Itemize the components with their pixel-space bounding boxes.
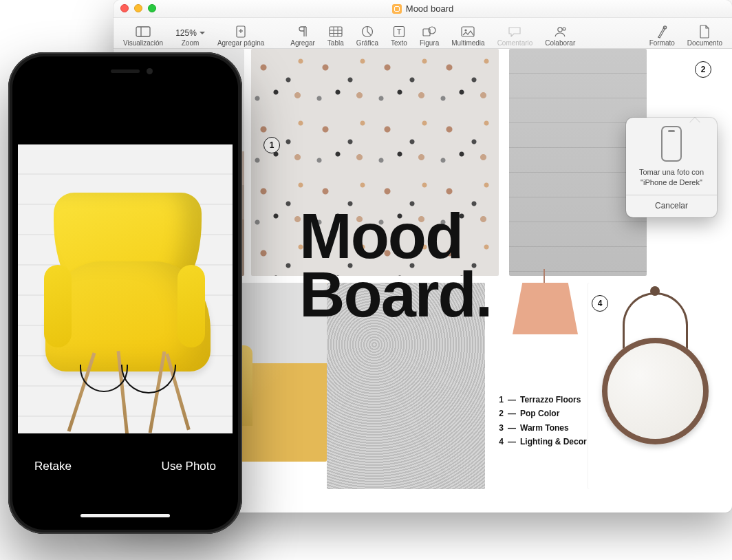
pin-4[interactable]: 4 — [592, 295, 608, 312]
toolbar-shape-label: Figura — [420, 39, 439, 47]
toolbar-media-button[interactable]: Multimedia — [446, 25, 490, 47]
iphone-outline-icon — [661, 126, 682, 162]
zoom-value: 125% — [175, 28, 205, 38]
add-page-icon — [233, 25, 248, 38]
legend-label: Lighting & Decor — [520, 435, 587, 449]
titlebar: Mood board — [114, 0, 732, 18]
toolbar-chart-label: Gráfica — [356, 39, 378, 47]
toolbar-shape-button[interactable]: Figura — [414, 25, 444, 47]
legend-row: 1 — Terrazzo Floors — [495, 393, 587, 407]
popover-cancel-button[interactable]: Cancelar — [633, 195, 710, 212]
close-button[interactable] — [120, 4, 129, 12]
document-button-icon — [697, 25, 712, 38]
toolbar-comment-label: Comentario — [497, 39, 533, 47]
window-title-text: Mood board — [406, 3, 453, 14]
toolbar-table-button[interactable]: Tabla — [322, 25, 349, 47]
zoom-button[interactable] — [148, 4, 156, 12]
toolbar-zoom-label: Zoom — [182, 39, 200, 47]
legend: 1 — Terrazzo Floors 2 — Pop Color 3 — Wa… — [495, 393, 587, 449]
toolbar-document-label: Documento — [687, 39, 722, 47]
table-icon — [328, 25, 343, 38]
svg-point-18 — [563, 28, 566, 30]
svg-rect-0 — [136, 27, 150, 36]
toolbar-comment-button: Comentario — [492, 25, 539, 47]
window-title: Mood board — [392, 3, 453, 14]
popover-message: Tomar una foto con "iPhone de Derek" — [633, 167, 710, 188]
window-controls — [120, 4, 156, 12]
iphone-device: Retake Use Photo — [8, 52, 242, 534]
toolbar-add-page-label: Agregar página — [217, 39, 264, 47]
svg-point-16 — [465, 29, 467, 31]
view-icon — [136, 25, 151, 38]
shape-icon — [422, 25, 437, 38]
document-title[interactable]: Mood Board. — [299, 207, 491, 323]
toolbar-insert-label: Agregar — [290, 39, 315, 47]
toolbar-view-button[interactable]: Visualización — [118, 25, 169, 47]
lamp-shade — [513, 283, 578, 334]
iphone-notch — [70, 62, 180, 81]
text-icon: T — [391, 25, 407, 38]
lamp-cord — [543, 269, 545, 284]
home-indicator[interactable] — [80, 514, 170, 517]
toolbar-collaborate-button[interactable]: Colaborar — [539, 25, 581, 47]
comment-icon — [507, 25, 522, 38]
legend-label: Terrazzo Floors — [520, 393, 581, 407]
media-icon — [460, 25, 475, 38]
svg-text:T: T — [397, 28, 402, 36]
toolbar-zoom-button[interactable]: 125% Zoom — [170, 28, 211, 47]
toolbar-insert-button[interactable]: Agregar — [285, 25, 321, 47]
legend-label: Pop Color — [520, 407, 559, 420]
pin-1[interactable]: 1 — [263, 137, 280, 153]
photo-chair-arm-left — [44, 265, 72, 347]
legend-label: Warm Tones — [520, 421, 569, 435]
retake-button[interactable]: Retake — [34, 460, 72, 473]
paragraph-icon — [295, 25, 310, 38]
document-icon — [392, 4, 402, 14]
toolbar-add-page-button[interactable]: Agregar página — [212, 25, 270, 47]
chart-icon — [360, 25, 375, 38]
toolbar-document-button[interactable]: Documento — [682, 25, 728, 47]
continuity-camera-popover: Tomar una foto con "iPhone de Derek" Can… — [626, 118, 717, 217]
toolbar-text-button[interactable]: T Texto — [385, 25, 413, 47]
collaborate-icon — [552, 25, 568, 38]
legend-row: 4 — Lighting & Decor — [495, 435, 587, 449]
camera-controls: Retake Use Photo — [18, 435, 233, 524]
svg-rect-5 — [330, 27, 342, 36]
photo-chair-arm-right — [177, 265, 205, 347]
toolbar-collaborate-label: Colaborar — [545, 39, 575, 47]
toolbar: Visualización 125% Zoom Agregar página A… — [114, 18, 732, 49]
toolbar-chart-button[interactable]: Gráfica — [351, 25, 384, 47]
pin-2[interactable]: 2 — [695, 61, 711, 78]
use-photo-button[interactable]: Use Photo — [162, 460, 216, 473]
svg-point-17 — [558, 28, 562, 32]
mirror-circle — [602, 338, 709, 444]
format-icon — [654, 25, 669, 38]
minimize-button[interactable] — [134, 4, 142, 12]
toolbar-text-label: Texto — [391, 39, 407, 47]
toolbar-view-label: Visualización — [123, 39, 163, 47]
legend-row: 3 — Warm Tones — [495, 421, 587, 435]
legend-row: 2 — Pop Color — [495, 407, 587, 420]
toolbar-table-label: Tabla — [327, 39, 344, 47]
camera-viewfinder[interactable] — [18, 144, 233, 433]
toolbar-media-label: Multimedia — [451, 39, 484, 47]
toolbar-format-label: Formato — [649, 39, 675, 47]
iphone-screen: Retake Use Photo — [18, 62, 233, 524]
toolbar-format-button[interactable]: Formato — [644, 25, 680, 47]
